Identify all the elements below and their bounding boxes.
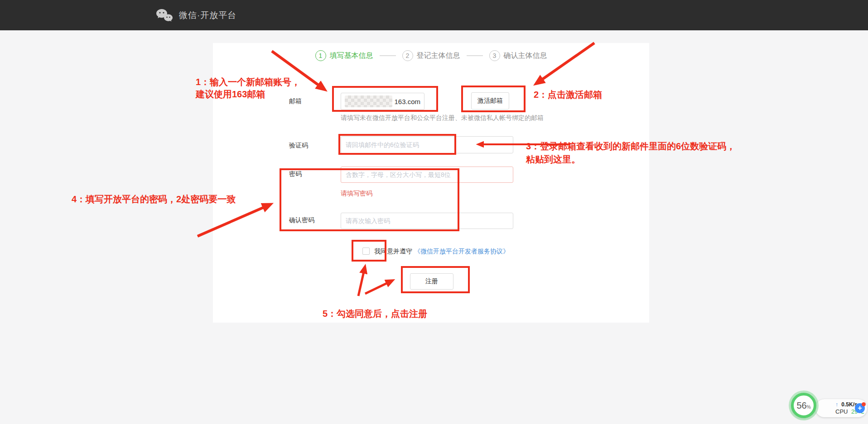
highlight-box-email <box>332 86 438 112</box>
highlight-box-register <box>401 266 470 293</box>
annotation-3-line2: 粘贴到这里。 <box>526 153 735 166</box>
annotation-1: 1：输入一个新邮箱账号， 建议使用163邮箱 <box>196 76 300 100</box>
system-monitor-widget[interactable]: ↑ 0.5K/s CPU 29℃ + 56 % <box>789 390 868 422</box>
code-label: 验证码 <box>289 142 308 150</box>
annotation-5: 5：勾选同意后，点击注册 <box>323 308 427 320</box>
highlight-box-activate <box>461 86 526 112</box>
step-2-circle: 2 <box>402 50 413 61</box>
annotation-2: 2：点击激活邮箱 <box>534 89 602 101</box>
email-helper-text: 请填写未在微信开放平台和公众平台注册、未被微信私人帐号绑定的邮箱 <box>341 114 544 122</box>
annotation-3-line1: 3：登录邮箱查看收到的新邮件里面的6位数验证码， <box>526 140 735 153</box>
annotation-1-line2: 建议使用163邮箱 <box>196 88 300 100</box>
usage-percent-unit: % <box>807 405 811 410</box>
step-1-label: 填写基本信息 <box>330 51 373 61</box>
step-2: 2 登记主体信息 <box>402 50 460 61</box>
step-1-circle: 1 <box>315 50 326 61</box>
step-3: 3 确认主体信息 <box>489 50 547 61</box>
wechat-logo-icon <box>155 8 173 23</box>
app-header: 微信·开放平台 <box>0 0 868 30</box>
agreement-link[interactable]: 《微信开放平台开发者服务协议》 <box>414 248 509 255</box>
step-3-circle: 3 <box>489 50 500 61</box>
monitor-plus-button[interactable]: + <box>855 403 865 413</box>
monitor-pill: ↑ 0.5K/s CPU 29℃ + <box>815 399 867 417</box>
step-3-label: 确认主体信息 <box>504 51 547 61</box>
annotation-4: 4：填写开放平台的密码，2处密码要一致 <box>72 193 236 205</box>
highlight-box-checkbox <box>352 240 386 262</box>
annotation-3: 3：登录邮箱查看收到的新邮件里面的6位数验证码， 粘贴到这里。 <box>526 140 735 166</box>
step-indicator: 1 填写基本信息 2 登记主体信息 3 确认主体信息 <box>213 50 649 61</box>
step-2-label: 登记主体信息 <box>417 51 460 61</box>
highlight-box-passwords <box>280 168 459 231</box>
cpu-label: CPU <box>835 408 848 415</box>
annotation-1-line1: 1：输入一个新邮箱账号， <box>196 76 300 88</box>
agreement-text: 我同意并遵守 《微信开放平台开发者服务协议》 <box>374 248 509 256</box>
step-dash <box>467 55 483 56</box>
notification-dot <box>862 402 866 406</box>
app-title: 微信·开放平台 <box>179 10 236 21</box>
brand: 微信·开放平台 <box>155 0 236 30</box>
step-dash <box>380 55 396 56</box>
highlight-box-code <box>338 134 456 155</box>
upload-arrow-icon: ↑ <box>835 401 838 408</box>
step-1: 1 填写基本信息 <box>315 50 373 61</box>
usage-percent: 56 <box>796 400 806 411</box>
memory-usage-ball[interactable]: 56 % <box>791 393 816 418</box>
